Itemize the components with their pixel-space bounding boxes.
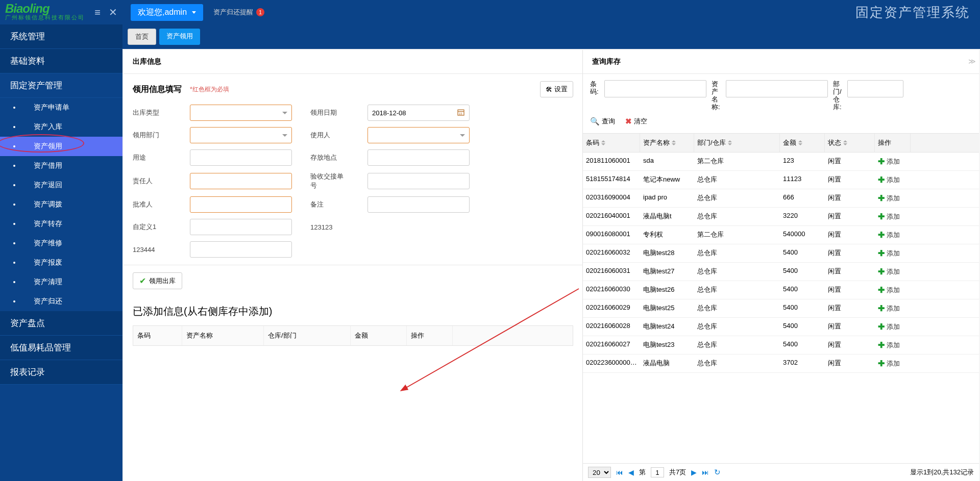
user-dropdown[interactable]: 欢迎您,admin bbox=[131, 4, 203, 21]
svg-text:15: 15 bbox=[459, 112, 462, 115]
page-size-select[interactable]: 20 bbox=[588, 467, 611, 478]
hcol-dept[interactable]: 部门/仓库 bbox=[694, 134, 780, 152]
hcol-action: 操作 bbox=[875, 134, 911, 152]
sidebar-cat-base[interactable]: 基础资料 bbox=[0, 49, 122, 73]
tab-home[interactable]: 首页 bbox=[128, 29, 156, 45]
cell-barcode: 020216060031 bbox=[583, 263, 640, 281]
input-purpose[interactable] bbox=[190, 149, 292, 166]
add-button[interactable]: ✚添加 bbox=[878, 340, 908, 350]
input-search-dept[interactable] bbox=[847, 80, 903, 97]
label-use-dept: 领用部门 bbox=[133, 131, 172, 140]
sidebar-item-2[interactable]: 资产领用 bbox=[0, 137, 122, 156]
sidebar-item-0[interactable]: 资产申请单 bbox=[0, 98, 122, 117]
chevron-down-icon bbox=[282, 112, 287, 114]
sidebar-item-4[interactable]: 资产退回 bbox=[0, 175, 122, 195]
cell-dept: 总仓库 bbox=[694, 336, 780, 354]
input-approver[interactable] bbox=[190, 196, 292, 213]
add-button[interactable]: ✚添加 bbox=[878, 175, 908, 185]
add-button[interactable]: ✚添加 bbox=[878, 212, 908, 221]
next-page-icon[interactable]: ▶ bbox=[691, 468, 697, 476]
sidebar-item-1[interactable]: 资产入库 bbox=[0, 117, 122, 137]
sidebar-item-9[interactable]: 资产清理 bbox=[0, 272, 122, 292]
close-icon[interactable]: ✕ bbox=[105, 6, 120, 18]
cell-status: 闲置 bbox=[825, 299, 875, 317]
clear-button[interactable]: ✖ 清空 bbox=[625, 117, 647, 126]
collapse-icon[interactable]: ≫ bbox=[968, 57, 976, 65]
search-button[interactable]: 🔍 查询 bbox=[590, 117, 615, 126]
table-row: 020216060031电脑test27总仓库5400闲置✚添加 bbox=[583, 263, 979, 281]
input-custom1[interactable] bbox=[190, 219, 292, 235]
calendar-icon: 15 bbox=[457, 108, 465, 118]
sidebar-item-10[interactable]: 资产归还 bbox=[0, 292, 122, 311]
add-button[interactable]: ✚添加 bbox=[878, 248, 908, 258]
add-button[interactable]: ✚添加 bbox=[878, 285, 908, 295]
add-label: 添加 bbox=[887, 267, 900, 276]
input-out-type[interactable] bbox=[190, 105, 292, 121]
add-button[interactable]: ✚添加 bbox=[878, 359, 908, 368]
cell-name: 电脑test26 bbox=[640, 281, 694, 299]
hcol-status[interactable]: 状态 bbox=[825, 134, 875, 152]
settings-button[interactable]: 🛠 设置 bbox=[540, 81, 573, 97]
hcol-barcode[interactable]: 条码 bbox=[583, 134, 640, 152]
cell-barcode: 020216060032 bbox=[583, 244, 640, 262]
table-row: 201811060001sda第二仓库123闲置✚添加 bbox=[583, 153, 979, 171]
input-acc-no[interactable] bbox=[368, 173, 470, 189]
add-button[interactable]: ✚添加 bbox=[878, 230, 908, 240]
cell-amount: 5400 bbox=[780, 318, 825, 336]
sidebar-cat-asset[interactable]: 固定资产管理 bbox=[0, 73, 122, 98]
submit-out-button[interactable]: ✔ 领用出库 bbox=[133, 272, 182, 289]
prev-page-icon[interactable]: ◀ bbox=[628, 468, 634, 476]
inventory-panel: 查询库存 ≫ 条码: 资产名称: 部门/仓库: 🔍 查询 ✖ bbox=[583, 50, 979, 481]
label-search-name: 资产名称: bbox=[712, 80, 721, 111]
cell-status: 闲置 bbox=[825, 244, 875, 262]
add-button[interactable]: ✚添加 bbox=[878, 303, 908, 313]
input-user[interactable] bbox=[368, 127, 470, 143]
input-location[interactable] bbox=[368, 149, 470, 166]
label-user: 使用人 bbox=[310, 131, 349, 140]
out-info-header: 出库信息 bbox=[124, 50, 582, 74]
sidebar-cat-inventory[interactable]: 资产盘点 bbox=[0, 311, 122, 336]
add-label: 添加 bbox=[887, 231, 900, 240]
sidebar-item-8[interactable]: 资产报废 bbox=[0, 253, 122, 272]
label-location: 存放地点 bbox=[310, 153, 349, 162]
first-page-icon[interactable]: ⏮ bbox=[616, 468, 623, 476]
input-remark[interactable] bbox=[368, 196, 470, 213]
sidebar-item-3[interactable]: 资产借用 bbox=[0, 156, 122, 175]
menu-icon[interactable]: ≡ bbox=[90, 7, 105, 18]
sidebar-item-6[interactable]: 资产转存 bbox=[0, 214, 122, 234]
cell-dept: 第二仓库 bbox=[694, 226, 780, 244]
hcol-amount[interactable]: 金额 bbox=[780, 134, 825, 152]
hcol-name[interactable]: 资产名称 bbox=[640, 134, 694, 152]
return-reminder[interactable]: 资产归还提醒 1 bbox=[213, 8, 264, 17]
table-row: 020216060032电脑test28总仓库5400闲置✚添加 bbox=[583, 244, 979, 263]
sidebar-item-label: 资产报废 bbox=[34, 258, 62, 267]
plus-icon: ✚ bbox=[878, 248, 885, 258]
clear-icon: ✖ bbox=[625, 117, 632, 126]
sidebar-item-5[interactable]: 资产调拨 bbox=[0, 195, 122, 214]
search-label: 查询 bbox=[602, 117, 615, 126]
sidebar-cat-consumable[interactable]: 低值易耗品管理 bbox=[0, 336, 122, 360]
input-owner[interactable] bbox=[190, 173, 292, 189]
dot-icon bbox=[13, 165, 15, 167]
label-use-date: 领用日期 bbox=[310, 108, 349, 117]
reload-icon[interactable]: ↻ bbox=[714, 468, 721, 477]
cell-barcode: 020316090004 bbox=[583, 189, 640, 207]
sidebar-cat-report[interactable]: 报表记录 bbox=[0, 360, 122, 385]
add-button[interactable]: ✚添加 bbox=[878, 157, 908, 166]
page-input[interactable] bbox=[651, 467, 664, 477]
tab-asset-use[interactable]: 资产领用 bbox=[159, 29, 200, 45]
add-button[interactable]: ✚添加 bbox=[878, 267, 908, 276]
input-123444[interactable] bbox=[190, 241, 292, 258]
add-button[interactable]: ✚添加 bbox=[878, 322, 908, 332]
sidebar-cat-system[interactable]: 系统管理 bbox=[0, 24, 122, 49]
last-page-icon[interactable]: ⏭ bbox=[702, 468, 709, 476]
input-search-name[interactable] bbox=[726, 80, 828, 97]
sidebar-item-7[interactable]: 资产维修 bbox=[0, 234, 122, 253]
input-use-dept[interactable] bbox=[190, 127, 292, 143]
dot-icon bbox=[13, 281, 15, 283]
add-button[interactable]: ✚添加 bbox=[878, 193, 908, 203]
plus-icon: ✚ bbox=[878, 340, 885, 350]
input-search-barcode[interactable] bbox=[604, 80, 706, 97]
input-use-date[interactable]: 2018-12-08 15 bbox=[368, 105, 470, 121]
cell-dept: 总仓库 bbox=[694, 171, 780, 189]
